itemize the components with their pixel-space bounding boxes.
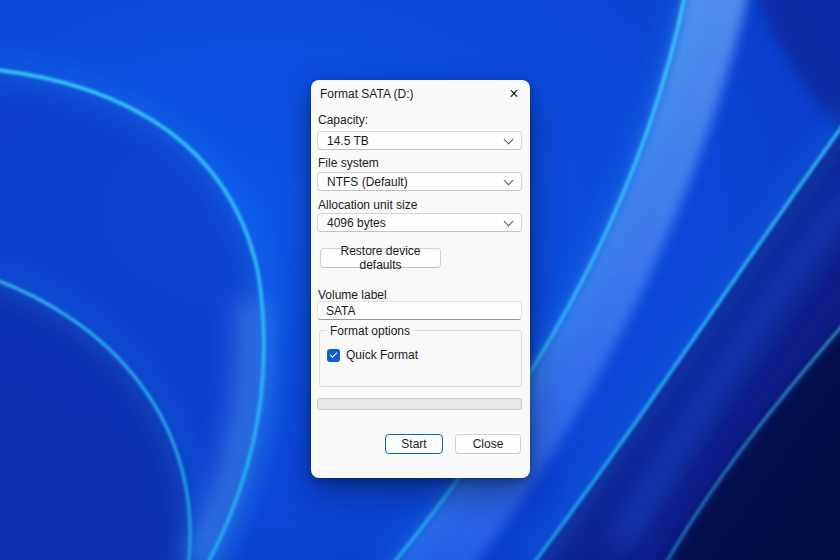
file-system-label: File system [318,156,379,170]
chevron-down-icon [504,175,514,185]
format-options-group: Format options Quick Format [319,330,522,387]
allocation-unit-select[interactable]: 4096 bytes [317,213,522,232]
capacity-label: Capacity: [318,113,368,127]
quick-format-option[interactable]: Quick Format [327,348,418,362]
allocation-unit-value: 4096 bytes [327,216,505,230]
allocation-unit-label: Allocation unit size [318,198,417,212]
chevron-down-icon [504,134,514,144]
chevron-down-icon [504,216,514,226]
quick-format-label: Quick Format [346,348,418,362]
volume-label: Volume label [318,288,387,302]
file-system-select[interactable]: NTFS (Default) [317,172,522,191]
format-progress-bar [317,398,522,410]
format-dialog: Format SATA (D:) × Capacity: 14.5 TB Fil… [311,80,530,478]
volume-label-input[interactable] [317,301,522,320]
file-system-value: NTFS (Default) [327,175,505,189]
capacity-value: 14.5 TB [327,134,505,148]
capacity-select[interactable]: 14.5 TB [317,131,522,150]
dialog-titlebar: Format SATA (D:) × [320,84,522,104]
start-button[interactable]: Start [385,434,443,454]
close-button[interactable]: Close [455,434,521,454]
quick-format-checkbox-checked-icon[interactable] [327,349,340,362]
dialog-title: Format SATA (D:) [320,87,414,101]
close-icon[interactable]: × [506,86,522,102]
restore-defaults-button[interactable]: Restore device defaults [320,248,441,268]
format-options-legend: Format options [327,324,413,338]
